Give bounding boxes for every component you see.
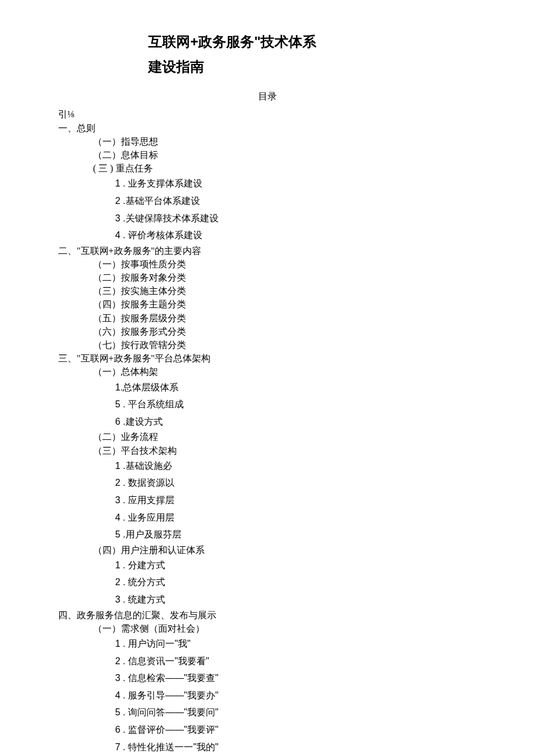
toc-entry-text: . 平台系统组成 [120, 399, 184, 409]
toc-entry: 5 .用户及服芬层 [115, 526, 477, 543]
toc-entry-text: （一）需求侧（面对社会） [93, 624, 205, 633]
toc-entry-number: 5 [115, 396, 120, 413]
toc-entry: 2 . 信息资讯一"我要看" [115, 653, 477, 670]
toc-entry-text: . 业务应用层 [120, 513, 174, 522]
toc-entry: 2 . 统分方式 [115, 574, 477, 591]
toc-entry: 四、政务服务信息的汇聚、发布与展示 [58, 608, 477, 622]
toc-entry: 5 . 询问问答——"我要问" [115, 704, 477, 721]
toc-entry: （六）按服务形式分类 [93, 325, 477, 338]
toc-entry-text: . 评价考核体系建设 [120, 230, 202, 240]
toc-entry: 3 .关键保障技术体系建设 [115, 210, 477, 227]
toc-heading: 目录 [58, 91, 477, 103]
toc-entry-text: （一）指导思想 [93, 137, 158, 146]
toc-entry: ( 三 ) 重点任务 [93, 162, 477, 175]
toc-entry: （一）指导思想 [93, 135, 477, 148]
toc-entry-text: . 特性化推送一一"我的" [120, 742, 219, 752]
toc-entry-text: . 应用支撑层 [120, 495, 174, 505]
toc-entry-number: 6 [115, 413, 120, 431]
toc-entry-number: 4 [115, 687, 120, 704]
toc-entry-number: 4 [115, 227, 120, 244]
toc-entry-number: 1 [115, 457, 120, 475]
toc-entry-text: . 统建方式 [120, 594, 165, 604]
toc-entry-text: ( 三 ) 重点任务 [93, 163, 153, 173]
toc-entry: 3 . 信息检索——"我要查" [115, 669, 477, 687]
title-line-1: 互联网+政务服务"技术体系 [148, 29, 477, 54]
toc-entry-text: .关键保障技术体系建设 [120, 213, 219, 223]
toc-entry-number: 5 [115, 704, 120, 721]
toc-entry-text: . 服务引导——"我要办" [120, 690, 219, 700]
toc-entry-text: （三）平台技术架构 [93, 446, 177, 456]
toc-entry: 三、"互联网+政务服务"平台总体架构 [58, 352, 477, 365]
toc-entry-text: （一）总体构架 [93, 367, 158, 377]
toc-entry-text: （三）按实施主体分类 [93, 286, 186, 296]
toc-entry-number: 6 [115, 721, 120, 739]
toc-entry-number: 1 [115, 635, 120, 653]
toc-entry: 2 .基础平台体系建设 [115, 192, 477, 210]
toc-entry: 6 . 监督评价——"我要评" [115, 721, 477, 739]
toc-entry: 1 .基础设施必 [115, 457, 477, 475]
toc-entry-text: （四）用户注册和认证体系 [93, 545, 205, 555]
toc-entry: （七）按行政管辖分类 [93, 338, 477, 352]
toc-entry-text: 四、政务服务信息的汇聚、发布与展示 [58, 610, 216, 620]
toc-entry-text: .用户及服芬层 [120, 529, 181, 539]
toc-entry: 一、总则 [58, 121, 477, 135]
toc-entry-text: （七）按行政管辖分类 [93, 340, 186, 350]
toc-entry: 1 . 业务支撑体系建设 [115, 175, 477, 192]
toc-entry: （二）息体目标 [93, 148, 477, 162]
toc-entry-text: 一、总则 [58, 123, 95, 133]
title-line-2: 建设指南 [148, 54, 477, 79]
toc-entry: 3 . 统建方式 [115, 591, 477, 608]
document-title: 互联网+政务服务"技术体系 建设指南 [148, 29, 477, 79]
toc-entry-number: 4 [115, 509, 120, 526]
toc-entry: 4 . 评价考核体系建设 [115, 227, 477, 244]
toc-entry-number: 3 [115, 210, 120, 227]
toc-entry-number: 3 [115, 669, 120, 687]
toc-entry: 引⅛ [58, 108, 477, 121]
toc-entry-number: 2 [115, 574, 120, 591]
toc-entry-number: 2 [115, 192, 120, 210]
toc-entry-number: 3 [115, 591, 120, 608]
toc-entry: 4 . 业务应用层 [115, 509, 477, 526]
toc-entry-text: . 业务支撑体系建设 [120, 178, 202, 188]
toc-entry-text: （六）按服务形式分类 [93, 327, 186, 336]
toc-entry-number: 2 [115, 653, 120, 670]
toc-entry-text: . 信息检索——"我要查" [120, 673, 219, 683]
toc-entry: 1.总体层级体系 [115, 379, 477, 396]
toc-entry-number: 1. [115, 379, 123, 396]
toc-entry-text: （二）息体目标 [93, 150, 158, 160]
toc-entry-text: （二）业务流程 [93, 432, 158, 442]
toc-entry-number: 7 [115, 739, 120, 756]
toc-entry: 7 . 特性化推送一一"我的" [115, 739, 477, 756]
toc-entry-number: 5 [115, 526, 120, 543]
toc-entry-text: 三、"互联网+政务服务"平台总体架构 [58, 353, 211, 363]
toc-entry-text: .建设方式 [120, 417, 163, 427]
toc-entry: 2 . 数据资源以 [115, 474, 477, 492]
toc-entry: 1 . 分建方式 [115, 557, 477, 574]
toc-entry-text: .基础平台体系建设 [120, 196, 200, 206]
toc-entry: （一）总体构架 [93, 365, 477, 378]
toc-entry-text: . 数据资源以 [120, 478, 174, 488]
toc-entry: 6 .建设方式 [115, 413, 477, 431]
toc-entry-text: 引⅛ [58, 109, 74, 119]
table-of-contents: 引⅛一、总则（一）指导思想（二）息体目标( 三 ) 重点任务1 . 业务支撑体系… [58, 108, 477, 756]
toc-entry: 1 . 用户访问一"我" [115, 635, 477, 653]
toc-entry-text: . 监督评价——"我要评" [120, 725, 219, 734]
toc-entry: （一）需求侧（面对社会） [93, 622, 477, 635]
toc-entry-text: . 分建方式 [120, 560, 165, 570]
toc-entry: （二）业务流程 [93, 430, 477, 443]
toc-entry-text: . 统分方式 [120, 577, 165, 587]
toc-entry: （五）按服务层级分类 [93, 311, 477, 325]
toc-entry-text: .基础设施必 [120, 461, 172, 471]
toc-entry: （三）平台技术架构 [93, 444, 477, 457]
toc-entry: 3 . 应用支撑层 [115, 492, 477, 509]
toc-entry-text: . 信息资讯一"我要看" [120, 656, 209, 666]
toc-entry-text: （五）按服务层级分类 [93, 313, 186, 323]
toc-entry-number: 1 [115, 175, 120, 192]
toc-entry-text: （二）按服务对象分类 [93, 273, 186, 282]
toc-entry: （三）按实施主体分类 [93, 284, 477, 298]
toc-entry-text: （一）按事项性质分类 [93, 259, 186, 269]
toc-entry-text: 二、"互联网+政务服务"的主要内容 [58, 246, 201, 256]
toc-entry-text: . 询问问答——"我要问" [120, 707, 219, 717]
toc-entry: （四）按服务主题分类 [93, 298, 477, 311]
toc-entry: 4 . 服务引导——"我要办" [115, 687, 477, 704]
